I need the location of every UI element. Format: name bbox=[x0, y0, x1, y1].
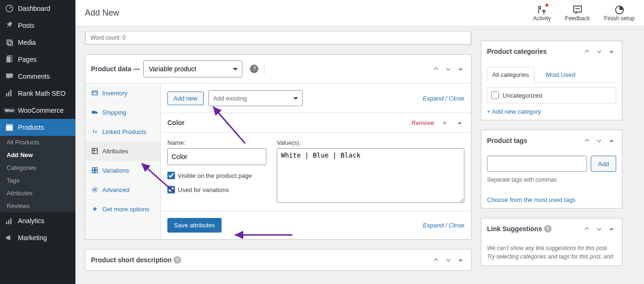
sidebar-item-marketing[interactable]: Marketing bbox=[0, 229, 75, 246]
svg-rect-6 bbox=[6, 125, 13, 131]
tags-box: Product tags Add Separate tags with comm… bbox=[481, 130, 622, 209]
sidebar-item-label: Products bbox=[18, 124, 44, 131]
sidebar-item-analytics[interactable]: Analytics bbox=[0, 212, 75, 229]
chevron-up-icon[interactable] bbox=[582, 47, 592, 56]
variations-icon bbox=[91, 167, 99, 174]
header-feedback[interactable]: Feedback bbox=[565, 5, 590, 22]
analytics-icon bbox=[5, 216, 14, 226]
sidebar-item-media[interactable]: Media bbox=[0, 34, 75, 51]
sidebar-item-label: Posts bbox=[18, 22, 34, 29]
tab-advanced[interactable]: Advanced bbox=[85, 180, 160, 200]
activity-icon bbox=[537, 5, 547, 15]
header-activity[interactable]: Activity bbox=[533, 5, 551, 22]
svg-rect-17 bbox=[92, 148, 97, 153]
attribute-header[interactable]: Color Remove ≡ bbox=[161, 113, 471, 132]
caret-up-icon[interactable] bbox=[607, 136, 616, 145]
header-action-label: Activity bbox=[533, 15, 551, 22]
sidebar-item-comments[interactable]: Comments bbox=[0, 68, 75, 85]
help-icon[interactable]: ? bbox=[173, 256, 181, 264]
chevron-up-icon[interactable] bbox=[582, 136, 592, 145]
add-new-category-link[interactable]: + Add new category bbox=[487, 108, 541, 115]
megaphone-icon bbox=[5, 233, 14, 242]
chevron-down-icon[interactable] bbox=[594, 136, 604, 145]
caret-up-icon[interactable] bbox=[607, 224, 616, 234]
page-header: Add New Activity Feedback Finish setup bbox=[75, 0, 644, 26]
sidebar-item-label: Comments bbox=[18, 73, 50, 80]
sub-item-all-products[interactable]: All Products bbox=[0, 136, 75, 149]
svg-rect-22 bbox=[92, 171, 94, 173]
tab-linked[interactable]: Linked Products bbox=[85, 122, 160, 142]
chevron-up-icon[interactable] bbox=[431, 255, 441, 265]
caret-up-icon[interactable] bbox=[455, 118, 464, 127]
tab-more[interactable]: Get more options bbox=[85, 200, 160, 219]
svg-rect-14 bbox=[92, 91, 97, 95]
woo-icon: Woo bbox=[5, 106, 14, 115]
shipping-icon bbox=[91, 109, 99, 116]
caret-up-icon[interactable] bbox=[607, 47, 616, 56]
svg-rect-3 bbox=[6, 93, 8, 96]
chevron-up-icon[interactable] bbox=[431, 64, 441, 74]
sidebar-sublist: All Products Add New Categories Tags Att… bbox=[0, 136, 75, 212]
chevron-up-icon[interactable] bbox=[582, 224, 592, 234]
attribute-name-input[interactable] bbox=[167, 148, 266, 165]
attribute-values-input[interactable]: White | Blue | Black bbox=[277, 148, 464, 203]
short-description-box: Product short description ? bbox=[85, 249, 471, 271]
tab-inventory[interactable]: Inventory bbox=[85, 84, 160, 103]
expand-link[interactable]: Expand bbox=[423, 222, 444, 229]
sidebar-item-dashboard[interactable]: Dashboard bbox=[0, 0, 75, 17]
svg-point-24 bbox=[94, 189, 96, 191]
tab-attributes[interactable]: Attributes bbox=[85, 142, 160, 161]
caret-up-icon[interactable] bbox=[456, 64, 465, 74]
sub-item-reviews[interactable]: Reviews bbox=[0, 200, 75, 212]
svg-rect-4 bbox=[8, 92, 9, 96]
close-link[interactable]: Close bbox=[449, 222, 464, 229]
help-icon[interactable]: ? bbox=[250, 65, 258, 73]
drag-icon[interactable]: ≡ bbox=[440, 118, 449, 127]
sidebar-item-woocommerce[interactable]: Woo WooCommerce bbox=[0, 102, 75, 119]
visible-label: Visible on the product page bbox=[178, 172, 252, 179]
cat-tab-most-used[interactable]: Most Used bbox=[541, 67, 580, 83]
sparkle-icon bbox=[91, 205, 99, 213]
visible-checkbox[interactable] bbox=[167, 172, 175, 179]
sub-item-add-new[interactable]: Add New bbox=[0, 149, 75, 161]
sub-item-categories[interactable]: Categories bbox=[0, 161, 75, 174]
tag-input[interactable] bbox=[487, 156, 587, 172]
category-item[interactable]: Uncategorized bbox=[491, 92, 612, 99]
sidebar-item-products[interactable]: Products bbox=[0, 119, 75, 136]
attribute-title: Color bbox=[167, 119, 185, 126]
add-tag-button[interactable]: Add bbox=[591, 156, 616, 172]
tab-shipping[interactable]: Shipping bbox=[85, 103, 160, 122]
expand-link[interactable]: Expand bbox=[423, 95, 444, 102]
inventory-icon bbox=[91, 89, 99, 97]
sidebar-item-rankmath[interactable]: Rank Math SEO bbox=[0, 85, 75, 102]
link-suggestions-box: Link Suggestions ? We can't show any lin… bbox=[481, 218, 622, 266]
sub-item-attributes[interactable]: Attributes bbox=[0, 187, 75, 200]
variations-checkbox[interactable] bbox=[167, 186, 175, 193]
admin-sidebar: Dashboard Posts Media Pages Comments Ran… bbox=[0, 0, 75, 284]
header-action-label: Feedback bbox=[565, 15, 590, 22]
save-attributes-button[interactable]: Save attributes bbox=[167, 218, 222, 233]
chevron-down-icon[interactable] bbox=[594, 224, 604, 234]
sidebar-item-label: Pages bbox=[18, 56, 37, 63]
chevron-down-icon[interactable] bbox=[594, 47, 604, 56]
category-checkbox[interactable] bbox=[491, 92, 499, 99]
choose-tags-link[interactable]: Choose from the most used tags bbox=[487, 196, 576, 203]
link-icon bbox=[91, 128, 99, 135]
sidebar-item-pages[interactable]: Pages bbox=[0, 51, 75, 68]
cat-tab-all[interactable]: All categories bbox=[487, 67, 534, 83]
help-icon[interactable]: ? bbox=[544, 225, 552, 233]
svg-rect-21 bbox=[95, 167, 98, 170]
caret-up-icon[interactable] bbox=[456, 255, 465, 265]
add-existing-select[interactable]: Add existing bbox=[208, 90, 303, 106]
remove-attribute-link[interactable]: Remove bbox=[412, 119, 434, 126]
sidebar-item-label: WooCommerce bbox=[18, 107, 64, 114]
close-link[interactable]: Close bbox=[449, 95, 464, 102]
header-finish[interactable]: Finish setup bbox=[604, 5, 635, 22]
add-attribute-button[interactable]: Add new bbox=[167, 92, 204, 105]
chevron-down-icon[interactable] bbox=[444, 255, 453, 265]
sub-item-tags[interactable]: Tags bbox=[0, 174, 75, 187]
product-type-select[interactable]: Variable product bbox=[143, 60, 242, 77]
chevron-down-icon[interactable] bbox=[444, 64, 453, 74]
tab-variations[interactable]: Variations bbox=[85, 161, 160, 180]
sidebar-item-posts[interactable]: Posts bbox=[0, 17, 75, 34]
